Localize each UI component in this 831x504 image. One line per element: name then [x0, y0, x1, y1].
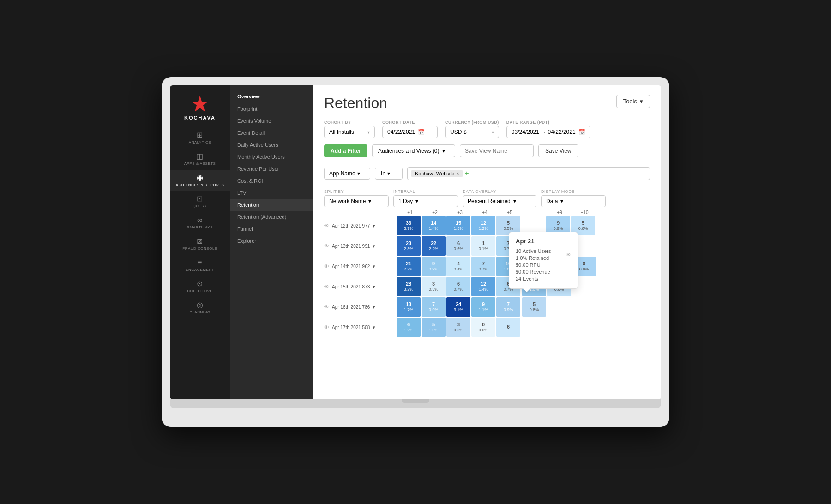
filter-row-1: COHORT BY All Installs ▾ COHORT DATE 04/… — [324, 120, 650, 138]
cell-percent: 0.9% — [429, 307, 439, 312]
cohort-date-value: 04/22/2021 — [387, 129, 415, 135]
split-by-select[interactable]: Network Name ▾ — [324, 195, 389, 207]
sidebar-item-apps-assets[interactable]: ◫ Apps & Assets — [170, 149, 230, 169]
sub-nav-item-ltv[interactable]: LTV — [230, 187, 313, 199]
retention-cell[interactable]: 12 1.4% — [471, 277, 495, 296]
retention-cell[interactable]: 6 0.6% — [446, 236, 470, 256]
retention-cell[interactable]: 14 1.4% — [422, 216, 446, 235]
sidebar-item-engagement[interactable]: ≡ Engagement — [170, 255, 230, 276]
retention-cell[interactable]: 23 2.3% — [397, 236, 421, 256]
collective-icon: ⊙ — [197, 280, 203, 288]
date-range-value: 03/24/2021 → 04/22/2021 — [512, 129, 576, 135]
page-title: Retention — [324, 95, 387, 112]
sub-nav-item-daily-active[interactable]: Daily Active Users — [230, 139, 313, 151]
retention-cell[interactable]: 4 0.4% — [446, 257, 470, 276]
retention-cell[interactable]: 3 0.3% — [422, 277, 446, 296]
tools-button[interactable]: Tools ▾ — [616, 95, 650, 108]
col-header: +1 — [398, 210, 422, 215]
retention-cell[interactable]: 7 0.7% — [471, 257, 495, 276]
retention-cell[interactable]: 13 1.7% — [397, 297, 421, 317]
cell-percent: 1.5% — [454, 226, 464, 231]
sidebar-item-smartlinks[interactable]: ∞ SmartLinks — [170, 213, 230, 233]
chevron-down-icon[interactable]: ▾ — [373, 304, 375, 310]
retention-cell[interactable]: 7 0.9% — [422, 297, 446, 317]
cell-value: 6 — [407, 322, 410, 328]
sidebar-item-collective[interactable]: ⊙ Collective — [170, 276, 230, 297]
tag-add-button[interactable]: + — [464, 169, 469, 178]
currency-select[interactable]: USD $ ▾ — [445, 126, 499, 138]
chevron-down-icon[interactable]: ▾ — [373, 223, 375, 229]
display-mode-group: DISPLAY MODE Data ▾ — [541, 189, 606, 207]
interval-label: INTERVAL — [393, 189, 458, 194]
sub-nav-item-event-detail[interactable]: Event Detail — [230, 127, 313, 139]
retention-cell[interactable]: 21 2.2% — [397, 257, 421, 276]
page-area: Retention Tools ▾ COHORT BY All Installs… — [313, 85, 661, 399]
sidebar-item-analytics[interactable]: ⊞ Analytics — [170, 128, 230, 148]
cell-percent: 0.9% — [504, 307, 513, 312]
retention-cell[interactable]: 1 0.1% — [471, 236, 495, 256]
eye-icon: 👁 — [324, 304, 329, 310]
retention-cell[interactable]: 5 1.0% — [422, 318, 446, 337]
retention-cell[interactable]: 3 0.6% — [446, 318, 470, 337]
retention-cell[interactable]: 28 3.2% — [397, 277, 421, 296]
tag-remove-button[interactable]: × — [456, 171, 459, 176]
cell-percent: 0.8% — [530, 307, 539, 312]
retention-cell[interactable]: 6 0.7% — [446, 277, 470, 296]
calendar-icon: 📅 — [578, 129, 585, 135]
sub-nav-item-footprint[interactable]: Footprint — [230, 103, 313, 115]
display-mode-select[interactable]: Data ▾ — [541, 195, 606, 207]
cell-value: 7 — [507, 301, 510, 307]
sub-nav-item-monthly-active[interactable]: Monthly Active Users — [230, 151, 313, 163]
retention-cell[interactable]: 7 0.9% — [496, 297, 520, 317]
sidebar-nav: ⊞ Analytics ◫ Apps & Assets ◉ Audiences … — [170, 128, 230, 318]
tooltip-rpu: $0.00 RPU — [516, 262, 571, 268]
sidebar-item-label: Engagement — [186, 268, 214, 272]
sub-nav-item-cost-roi[interactable]: Cost & ROI — [230, 175, 313, 187]
audiences-dropdown[interactable]: Audiences and Views (0) ▾ — [372, 144, 455, 157]
retention-cell[interactable]: 6 1.2% — [397, 318, 421, 337]
retention-cell[interactable]: 9 1.1% — [471, 297, 495, 317]
retention-cell[interactable]: 12 1.2% — [471, 216, 495, 235]
cell-value: 8 — [583, 261, 585, 267]
date-range-input[interactable]: 03/24/2021 → 04/22/2021 📅 — [506, 126, 590, 138]
col-header: +3 — [448, 210, 472, 215]
sub-nav-item-explorer[interactable]: Explorer — [230, 235, 313, 247]
sidebar-item-query[interactable]: ⊡ Query — [170, 192, 230, 212]
save-view-button[interactable]: Save View — [538, 144, 578, 157]
add-filter-button[interactable]: Add a Filter — [324, 144, 367, 157]
sidebar-item-planning[interactable]: ◎ Planning — [170, 298, 230, 318]
sidebar-item-fraud[interactable]: ⊠ Fraud Console — [170, 234, 230, 254]
chevron-down-icon[interactable]: ▾ — [373, 243, 375, 249]
chevron-down-icon[interactable]: ▾ — [373, 324, 375, 330]
sub-nav-item-retention[interactable]: Retention — [230, 199, 313, 211]
retention-cell[interactable]: 9 0.9% — [422, 257, 446, 276]
retention-cell[interactable]: 24 3.1% — [446, 297, 470, 317]
sub-nav-item-retention-advanced[interactable]: Retention (Advanced) — [230, 211, 313, 223]
sub-nav-item-revenue-per-user[interactable]: Revenue Per User — [230, 163, 313, 175]
cell-value: 13 — [406, 301, 411, 307]
retention-cell[interactable]: 15 1.5% — [446, 216, 470, 235]
sub-nav-item-events-volume[interactable]: Events Volume — [230, 115, 313, 127]
chevron-down-icon[interactable]: ▾ — [373, 284, 375, 290]
retention-cell[interactable]: 36 3.7% — [397, 216, 421, 235]
sub-nav-item-funnel[interactable]: Funnel — [230, 223, 313, 235]
operator-select[interactable]: In ▾ — [375, 168, 403, 180]
row-label: 👁 Apr 12th 2021 977 ▾ — [324, 223, 396, 229]
sub-nav-header: Overview — [230, 90, 313, 103]
retention-cell[interactable]: 0 0.0% — [471, 318, 495, 337]
cohort-by-label: COHORT BY — [324, 120, 375, 125]
save-view-name-input[interactable] — [460, 144, 534, 157]
interval-select[interactable]: 1 Day ▾ — [393, 195, 458, 207]
sidebar-item-audiences[interactable]: ◉ Audiences & Reports — [170, 170, 230, 191]
app-name-select[interactable]: App Name ▾ — [324, 168, 370, 180]
eye-icon: 👁 — [324, 264, 329, 269]
analytics-icon: ⊞ — [197, 132, 203, 139]
retention-cell[interactable]: 6 — [496, 318, 520, 337]
cohort-date-input[interactable]: 04/22/2021 📅 — [382, 126, 438, 138]
data-overlay-select[interactable]: Percent Retained ▾ — [463, 195, 536, 207]
cohort-by-select[interactable]: All Installs ▾ — [324, 126, 375, 138]
interval-group: INTERVAL 1 Day ▾ — [393, 189, 458, 207]
retention-cell[interactable]: 22 2.2% — [422, 236, 446, 256]
chevron-down-icon[interactable]: ▾ — [373, 264, 375, 270]
retention-cell[interactable]: 5 0.8% — [522, 297, 546, 317]
